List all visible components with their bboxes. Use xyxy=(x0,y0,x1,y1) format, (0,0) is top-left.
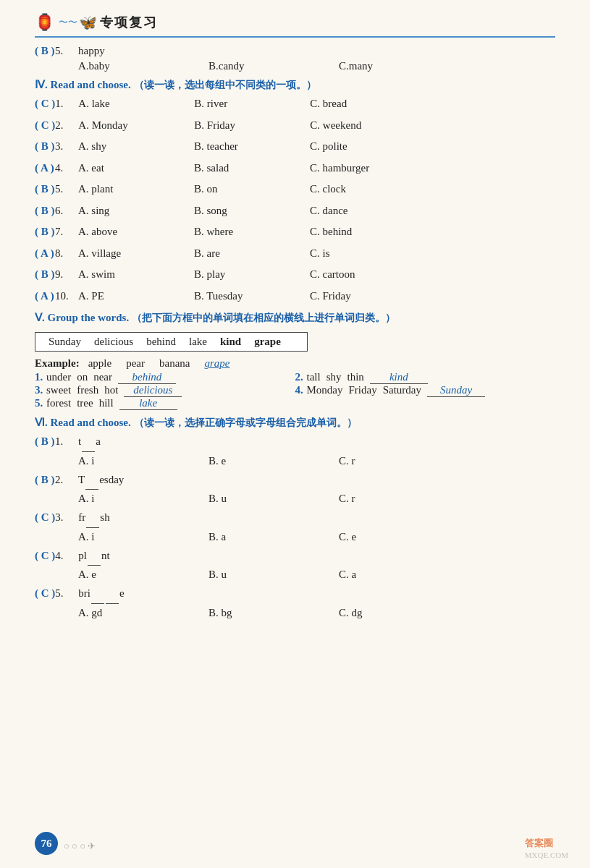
group-pair-row: 1.underonnearbehind2.tallshythinkind xyxy=(35,371,555,384)
choice-b: B. Tuesday xyxy=(194,287,310,306)
q-num: 10. xyxy=(55,287,78,306)
group-num: 2. xyxy=(295,371,305,383)
word-with-blank: fr sh xyxy=(78,509,109,528)
q-num: 7. xyxy=(55,223,78,242)
answer-bracket: ( C ) xyxy=(35,584,55,603)
choice-b: B. on xyxy=(194,180,310,199)
happy-question-row: ( B ) 5. happy xyxy=(35,45,555,57)
question-row: ( A ) 4. A. eat B. salad C. hamburger xyxy=(35,159,555,178)
choice-c: C. Friday xyxy=(310,287,351,306)
choice-b: B. river xyxy=(194,95,310,114)
group-word: near xyxy=(93,371,112,383)
choice-b: B. play xyxy=(194,265,310,284)
section6-choices: A. iB. aC. e xyxy=(78,531,555,543)
example-row: Example:applepearbananagrape xyxy=(35,357,555,370)
group-word: tree xyxy=(77,397,93,409)
answer-bracket: ( B ) xyxy=(35,180,55,199)
section6-choices: A. iB. eC. r xyxy=(78,455,555,467)
example-word: pear xyxy=(126,357,145,370)
group-word: on xyxy=(77,371,88,383)
section4-title: Ⅳ. Read and choose. （读一读，选出每组中不同类的一项。） xyxy=(35,78,555,92)
word-with-blank: t a xyxy=(78,433,101,452)
choice-b: B. Friday xyxy=(194,116,310,135)
section6: Ⅵ. Read and choose. （读一读，选择正确字母或字母组合完成单词… xyxy=(35,416,555,619)
question-row: ( A ) 8. A. village B. are C. is xyxy=(35,244,555,263)
question-row: ( B ) 3. A. shy B. teacher C. polite xyxy=(35,137,555,156)
question-row: ( C ) 1. A. lake B. river C. bread xyxy=(35,95,555,114)
section6-choice: C. a xyxy=(339,569,469,581)
section6-choice: B. u xyxy=(208,569,339,581)
question-row: ( B ) 7. A. above B. where C. behind xyxy=(35,223,555,242)
choice-a: A. lake xyxy=(78,95,194,114)
vocab-word: lake xyxy=(189,336,207,347)
header-title: 专项复习 xyxy=(100,14,158,31)
choice-c-happy: C.many xyxy=(339,60,469,72)
choice-b-happy: B.candy xyxy=(208,60,339,72)
q-num: 2. xyxy=(55,116,78,135)
q-num: 4. xyxy=(55,547,78,566)
choice-b: B. teacher xyxy=(194,137,310,156)
choice-b: B. where xyxy=(194,223,310,242)
group-pair-row: 5.foresttreehilllake xyxy=(35,397,555,410)
choice-c: C. dance xyxy=(310,202,347,221)
blank xyxy=(106,584,119,604)
group-word: tall xyxy=(307,371,321,383)
example-word: grape xyxy=(204,357,229,370)
happy-word: happy xyxy=(78,45,105,57)
choice-c: C. polite xyxy=(310,137,347,156)
section6-choice: A. i xyxy=(78,493,208,505)
group-answer: delicious xyxy=(124,384,182,397)
group-num: 4. xyxy=(295,384,305,396)
happy-choices: A.baby B.candy C.many xyxy=(78,60,555,72)
answer-bracket: ( A ) xyxy=(35,159,55,178)
example-label: Example: xyxy=(35,357,80,370)
choice-a: A. plant xyxy=(78,180,194,199)
header: 🏮 〜〜 🦋 专项复习 xyxy=(35,13,555,38)
section6-choice: C. dg xyxy=(339,607,469,619)
section6-choice: A. i xyxy=(78,455,208,467)
section6-choice: C. e xyxy=(339,531,469,543)
group-answer: lake xyxy=(119,397,177,410)
example-row: Example:applepearbananagrape xyxy=(35,357,555,370)
q-num: 5. xyxy=(55,584,78,603)
answer-bracket: ( A ) xyxy=(35,244,55,263)
answer-bracket: ( B ) xyxy=(35,265,55,284)
choice-c: C. hamburger xyxy=(310,159,369,178)
choice-c: C. is xyxy=(310,244,330,263)
section6-question-row: ( B ) 1. t a xyxy=(35,433,555,452)
group-answer: kind xyxy=(370,371,428,384)
q-num-happy: 5. xyxy=(55,45,78,57)
watermark: 答案圈 MXQE.COM xyxy=(525,837,568,861)
group-num: 5. xyxy=(35,397,45,409)
choice-b: B. are xyxy=(194,244,310,263)
choice-c: C. bread xyxy=(310,95,347,114)
section6-choice: A. i xyxy=(78,531,208,543)
vocab-box-content: Sundaydeliciousbehindlakekindgrape xyxy=(35,332,308,352)
group-word: Friday xyxy=(349,384,377,396)
q-num: 3. xyxy=(55,509,78,527)
section6-question-row: ( B ) 2. T esday xyxy=(35,471,555,490)
group-word: hill xyxy=(99,397,114,409)
vocab-word: Sunday xyxy=(49,336,81,347)
section6-choice: B. u xyxy=(208,493,339,505)
choice-a: A. shy xyxy=(78,137,194,156)
vocab-word: grape xyxy=(254,336,281,347)
vocab-word: delicious xyxy=(94,336,133,347)
wave-deco: 〜〜 xyxy=(59,16,77,29)
section6-choice: C. r xyxy=(339,455,469,467)
group-num: 1. xyxy=(35,371,45,383)
q-num: 9. xyxy=(55,265,78,284)
group-word: fresh xyxy=(77,384,98,396)
choice-b: B. song xyxy=(194,202,310,221)
question-row: ( C ) 2. A. Monday B. Friday C. weekend xyxy=(35,116,555,135)
q-num: 4. xyxy=(55,159,78,178)
section6-choice: A. e xyxy=(78,569,208,581)
answer-bracket: ( B ) xyxy=(35,202,55,221)
choice-a: A. village xyxy=(78,244,194,263)
answer-bracket: ( A ) xyxy=(35,287,55,306)
group-answer: behind xyxy=(118,371,176,384)
section5: Ⅴ. Group the words. （把下面方框中的单词填在相应的横线上进行… xyxy=(35,311,555,410)
group-answer: Sunday xyxy=(427,384,485,397)
section6-choice: B. bg xyxy=(208,607,339,619)
group-word: under xyxy=(46,371,71,383)
